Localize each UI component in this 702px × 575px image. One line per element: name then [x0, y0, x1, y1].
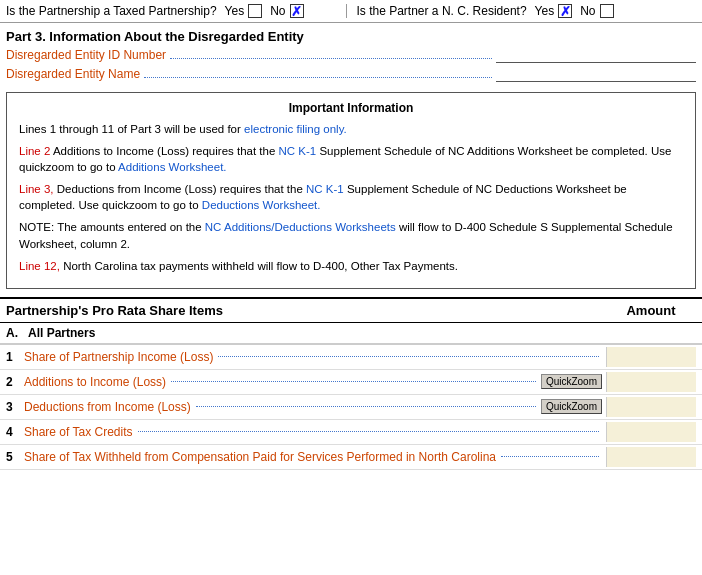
info-line2-red: Line 2	[19, 145, 50, 157]
line-3-amount[interactable]	[606, 397, 696, 417]
left-no-group: No ✗	[270, 4, 303, 18]
info-line-3: Line 3, Deductions from Income (Loss) re…	[19, 181, 683, 213]
table-row: 5 Share of Tax Withheld from Compensatio…	[0, 445, 702, 470]
line-1-num: 1	[6, 350, 24, 364]
entity-name-value[interactable]	[496, 67, 696, 82]
important-info-box: Important Information Lines 1 through 11…	[6, 92, 696, 289]
info-line1-blue: electronic filing only.	[244, 123, 347, 135]
nc-resident-question: Is the Partner a N. C. Resident? Yes ✗ N…	[346, 4, 697, 18]
pro-rata-title: Partnership's Pro Rata Share Items	[6, 303, 606, 318]
info-line2-blue1: NC K-1	[279, 145, 317, 157]
line-5-label: Share of Tax Withheld from Compensation …	[24, 450, 496, 464]
info-line3-blue2: Deductions Worksheet.	[202, 199, 321, 211]
partnership-taxed-question: Is the Partnership a Taxed Partnership? …	[6, 4, 346, 18]
line-5-desc: Share of Tax Withheld from Compensation …	[24, 450, 602, 464]
pro-rata-amount-header: Amount	[606, 303, 696, 318]
line-2-num: 2	[6, 375, 24, 389]
entity-name-dots	[144, 77, 492, 78]
info-line12-red: Line 12,	[19, 260, 60, 272]
line-4-desc: Share of Tax Credits	[24, 425, 602, 439]
table-row: 1 Share of Partnership Income (Loss)	[0, 345, 702, 370]
left-yes-checkbox[interactable]	[248, 4, 262, 18]
line-1-dots	[218, 356, 599, 357]
table-row: 3 Deductions from Income (Loss) QuickZoo…	[0, 395, 702, 420]
line-3-quickzoom-button[interactable]: QuickZoom	[541, 399, 602, 414]
entity-name-label: Disregarded Entity Name	[6, 67, 140, 81]
line-rows: 1 Share of Partnership Income (Loss) 2 A…	[0, 344, 702, 470]
line-2-quickzoom-button[interactable]: QuickZoom	[541, 374, 602, 389]
right-no-group: No	[580, 4, 613, 18]
line-3-num: 3	[6, 400, 24, 414]
info-line-1: Lines 1 through 11 of Part 3 will be use…	[19, 121, 683, 137]
right-no-checkbox[interactable]	[600, 4, 614, 18]
info-line-note: NOTE: The amounts entered on the NC Addi…	[19, 219, 683, 251]
section-a-header: A. All Partners	[0, 323, 702, 344]
line-2-qz: QuickZoom	[541, 374, 602, 389]
left-yes-group: Yes	[225, 4, 263, 18]
left-question-label: Is the Partnership a Taxed Partnership?	[6, 4, 217, 18]
line-4-label: Share of Tax Credits	[24, 425, 133, 439]
line-1-label: Share of Partnership Income (Loss)	[24, 350, 213, 364]
top-section: Is the Partnership a Taxed Partnership? …	[0, 0, 702, 23]
line-4-num: 4	[6, 425, 24, 439]
entity-id-label: Disregarded Entity ID Number	[6, 48, 166, 62]
line-1-amount[interactable]	[606, 347, 696, 367]
table-row: 2 Additions to Income (Loss) QuickZoom	[0, 370, 702, 395]
left-no-checkbox[interactable]: ✗	[290, 4, 304, 18]
entity-id-dots	[170, 58, 492, 59]
info-line-2: Line 2 Additions to Income (Loss) requir…	[19, 143, 683, 175]
line-5-dots	[501, 456, 599, 457]
line-3-qz: QuickZoom	[541, 399, 602, 414]
line-4-dots	[138, 431, 600, 432]
entity-id-row: Disregarded Entity ID Number	[0, 46, 702, 65]
info-line3-blue1: NC K-1	[306, 183, 344, 195]
left-no-label: No	[270, 4, 285, 18]
part3-title: Part 3. Information About the Disregarde…	[6, 29, 304, 44]
line-2-label: Additions to Income (Loss)	[24, 375, 166, 389]
line-3-dots	[196, 406, 536, 407]
part3-header: Part 3. Information About the Disregarde…	[0, 23, 702, 46]
line-2-amount[interactable]	[606, 372, 696, 392]
left-yes-label: Yes	[225, 4, 245, 18]
right-yes-label: Yes	[535, 4, 555, 18]
line-1-desc: Share of Partnership Income (Loss)	[24, 350, 602, 364]
line-4-amount[interactable]	[606, 422, 696, 442]
line-2-dots	[171, 381, 536, 382]
info-line2-blue2: Additions Worksheet.	[118, 161, 226, 173]
table-row: 4 Share of Tax Credits	[0, 420, 702, 445]
entity-id-value[interactable]	[496, 48, 696, 63]
section-a-title: All Partners	[28, 326, 95, 340]
info-line-12: Line 12, North Carolina tax payments wit…	[19, 258, 683, 274]
right-yes-group: Yes ✗	[535, 4, 573, 18]
info-line3-red: Line 3,	[19, 183, 54, 195]
line-3-label: Deductions from Income (Loss)	[24, 400, 191, 414]
info-box-title: Important Information	[19, 101, 683, 115]
line-5-num: 5	[6, 450, 24, 464]
line-5-amount[interactable]	[606, 447, 696, 467]
line-3-desc: Deductions from Income (Loss) QuickZoom	[24, 399, 602, 414]
entity-name-row: Disregarded Entity Name	[0, 65, 702, 84]
section-a-label: A.	[6, 326, 18, 340]
right-question-label: Is the Partner a N. C. Resident?	[357, 4, 527, 18]
pro-rata-header: Partnership's Pro Rata Share Items Amoun…	[0, 297, 702, 323]
line-2-desc: Additions to Income (Loss) QuickZoom	[24, 374, 602, 389]
right-yes-checkbox[interactable]: ✗	[558, 4, 572, 18]
right-no-label: No	[580, 4, 595, 18]
info-note-blue: NC Additions/Deductions Worksheets	[205, 221, 396, 233]
